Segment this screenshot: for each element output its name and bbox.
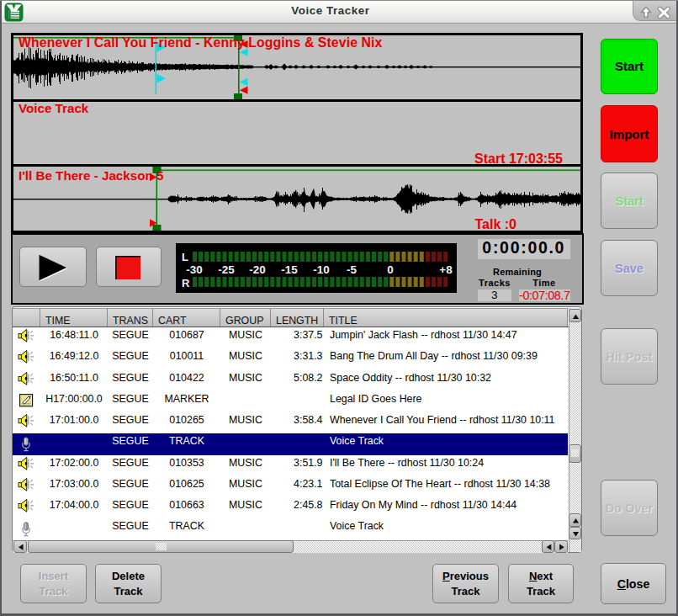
svg-text:L: L — [182, 251, 188, 263]
svg-text:-25: -25 — [218, 263, 235, 276]
svg-text:-5: -5 — [347, 263, 357, 276]
svg-text:0: 0 — [387, 263, 394, 276]
svg-text:-15: -15 — [281, 263, 298, 276]
svg-text:R: R — [182, 277, 190, 289]
svg-text:-10: -10 — [313, 263, 330, 276]
svg-text:-20: -20 — [249, 263, 266, 276]
svg-text:+8: +8 — [439, 263, 453, 276]
svg-text:-30: -30 — [186, 263, 203, 276]
